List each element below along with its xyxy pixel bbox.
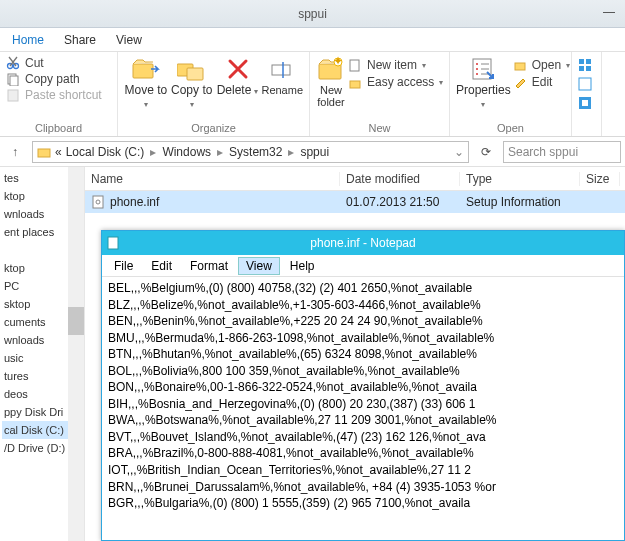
np-menu-file[interactable]: File (106, 257, 141, 275)
ribbon: Cut Copy path Paste shortcut Clipboard M… (0, 52, 625, 137)
refresh-button[interactable]: ⟳ (475, 141, 497, 163)
svg-rect-7 (187, 68, 203, 80)
svg-rect-23 (579, 78, 591, 90)
np-menu-view[interactable]: View (238, 257, 280, 275)
edit-label: Edit (532, 75, 553, 89)
file-name: phone.inf (110, 195, 159, 209)
paste-shortcut-button[interactable]: Paste shortcut (6, 88, 111, 102)
select-group-label (578, 122, 595, 134)
scrollbar[interactable] (68, 167, 84, 541)
tab-home[interactable]: Home (2, 29, 54, 51)
bc-item[interactable]: Local Disk (C:) (66, 145, 145, 159)
text-line: BTN,,,%Bhutan%,%not_available%,(65) 6324… (108, 346, 618, 363)
text-line: BEL,,,%Belgium%,(0) (800) 40758,(32) (2)… (108, 280, 618, 297)
copy-path-icon (6, 72, 20, 86)
svg-rect-29 (108, 237, 118, 249)
rename-button[interactable]: Rename (261, 56, 303, 110)
tab-view[interactable]: View (106, 29, 152, 51)
chevron-down-icon: ▾ (439, 78, 443, 87)
ribbon-tabs: Home Share View (0, 28, 625, 52)
properties-icon (469, 56, 497, 82)
notepad-icon (106, 236, 120, 250)
chevron-down-icon: ▾ (481, 100, 485, 109)
scrollbar-thumb[interactable] (68, 307, 84, 335)
text-line: BON,,,%Bonaire%,00-1-866-322-0524,%not_a… (108, 379, 618, 396)
text-line: BVT,,,%Bouvet_Island%,%not_available%,(4… (108, 429, 618, 446)
new-folder-button[interactable]: ✦ New folder (316, 56, 346, 108)
copy-icon (177, 56, 207, 82)
file-row[interactable]: phone.inf 01.07.2013 21:50 Setup Informa… (85, 191, 625, 213)
organize-group-label: Organize (124, 122, 303, 134)
col-date[interactable]: Date modified (340, 172, 460, 186)
select-all-icon[interactable] (578, 58, 594, 72)
paste-shortcut-icon (6, 88, 20, 102)
search-input[interactable]: Search sppui (503, 141, 621, 163)
svg-rect-25 (582, 100, 588, 106)
text-line: BEN,,,%Benin%,%not_available%,+225 20 24… (108, 313, 618, 330)
edit-icon (513, 75, 527, 89)
delete-icon (225, 56, 251, 82)
chevron-right-icon: ▸ (215, 145, 225, 159)
np-menu-format[interactable]: Format (182, 257, 236, 275)
new-item-button[interactable]: New item ▾ (348, 58, 443, 72)
properties-button[interactable]: Properties ▾ (456, 56, 511, 110)
text-line: BMU,,,%Bermuda%,1-866-263-1098,%not_avai… (108, 330, 618, 347)
np-menu-edit[interactable]: Edit (143, 257, 180, 275)
open-icon (513, 58, 527, 72)
bc-item[interactable]: System32 (229, 145, 282, 159)
invert-selection-icon[interactable] (578, 96, 594, 110)
bc-item[interactable]: Windows (162, 145, 211, 159)
col-name[interactable]: Name (85, 172, 340, 186)
svg-rect-20 (586, 59, 591, 64)
tab-share[interactable]: Share (54, 29, 106, 51)
svg-point-15 (476, 63, 478, 65)
folder-icon (37, 145, 51, 159)
delete-button[interactable]: Delete ▾ (216, 56, 260, 110)
svg-rect-26 (38, 149, 50, 157)
col-size[interactable]: Size (580, 172, 620, 186)
col-type[interactable]: Type (460, 172, 580, 186)
notepad-text[interactable]: BEL,,,%Belgium%,(0) (800) 40758,(32) (2)… (102, 277, 624, 540)
bc-back[interactable]: « (55, 145, 62, 159)
properties-label: Properties (456, 83, 511, 97)
delete-label: Delete (217, 83, 252, 97)
svg-rect-18 (515, 63, 525, 70)
clipboard-group-label: Clipboard (6, 122, 111, 134)
bc-item[interactable]: sppui (300, 145, 329, 159)
text-line: BWA,,,%Botswana%,%not_available%,27 11 2… (108, 412, 618, 429)
cut-icon (6, 56, 20, 70)
copy-label: Copy to (171, 83, 212, 97)
copy-path-label: Copy path (25, 72, 80, 86)
svg-rect-21 (579, 66, 584, 71)
open-label: Open (532, 58, 561, 72)
edit-button[interactable]: Edit (513, 75, 570, 89)
chevron-down-icon[interactable]: ⌄ (454, 145, 464, 159)
svg-rect-12 (350, 60, 359, 71)
move-to-button[interactable]: Move to ▾ (124, 56, 168, 110)
svg-text:✦: ✦ (333, 56, 343, 68)
new-item-label: New item (367, 58, 417, 72)
chevron-down-icon: ▾ (422, 61, 426, 70)
select-none-icon[interactable] (578, 77, 594, 91)
easy-access-button[interactable]: Easy access ▾ (348, 75, 443, 89)
svg-rect-3 (10, 76, 18, 86)
chevron-down-icon: ▾ (566, 61, 570, 70)
cut-label: Cut (25, 56, 44, 70)
notepad-title: phone.inf - Notepad (310, 236, 415, 250)
file-date: 01.07.2013 21:50 (340, 195, 460, 209)
search-placeholder: Search sppui (508, 145, 578, 159)
text-line: BIH,,,%Bosnia_and_Herzegovina%,(0) (800)… (108, 396, 618, 413)
svg-rect-22 (586, 66, 591, 71)
copy-path-button[interactable]: Copy path (6, 72, 111, 86)
notepad-titlebar[interactable]: phone.inf - Notepad (102, 231, 624, 255)
minimize-button[interactable]: — (595, 2, 623, 22)
np-menu-help[interactable]: Help (282, 257, 323, 275)
easy-access-icon (348, 75, 362, 89)
copy-to-button[interactable]: Copy to ▾ (170, 56, 214, 110)
open-button[interactable]: Open ▾ (513, 58, 570, 72)
nav-up-button[interactable]: ↑ (4, 141, 26, 163)
cut-button[interactable]: Cut (6, 56, 111, 70)
breadcrumb[interactable]: « Local Disk (C:)▸ Windows▸ System32▸ sp… (32, 141, 469, 163)
chevron-right-icon: ▸ (148, 145, 158, 159)
file-icon (91, 195, 105, 209)
